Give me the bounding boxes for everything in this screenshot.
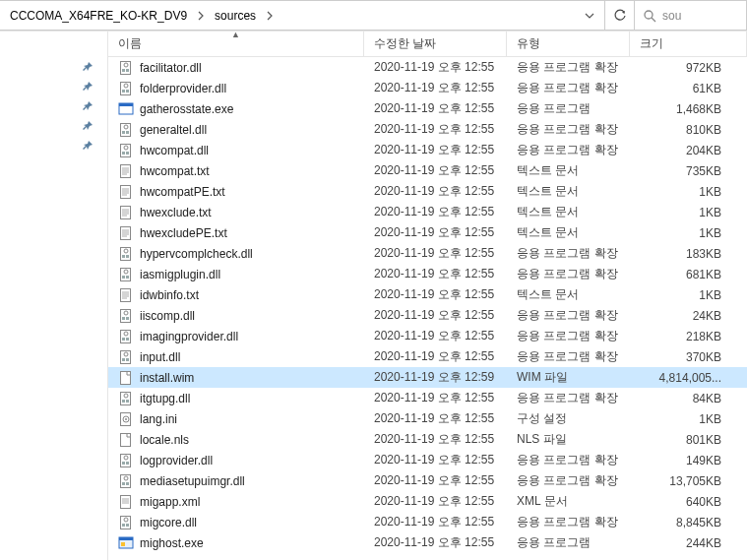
quick-access-pin[interactable] <box>0 77 107 96</box>
file-icon <box>118 411 134 427</box>
svg-rect-48 <box>121 288 131 301</box>
table-row[interactable]: itgtupg.dll2020-11-19 오후 12:55응용 프로그램 확장… <box>108 388 747 408</box>
file-date: 2020-11-19 오후 12:55 <box>364 183 507 200</box>
file-date: 2020-11-19 오후 12:55 <box>364 59 507 76</box>
file-list-pane: ▲ 이름 수정한 날짜 유형 크기 facilitator.dll2020-11… <box>108 31 747 560</box>
file-type: WIM 파일 <box>507 369 630 386</box>
chevron-right-icon[interactable] <box>193 1 209 30</box>
svg-rect-45 <box>122 276 125 279</box>
file-type: 응용 프로그램 확장 <box>507 59 630 76</box>
table-row[interactable]: folderprovider.dll2020-11-19 오후 12:55응용 … <box>108 78 747 98</box>
pin-icon <box>82 140 93 152</box>
breadcrumb-dropdown[interactable] <box>579 1 600 30</box>
file-size: 4,814,005... <box>630 371 747 385</box>
table-row[interactable]: gatherosstate.exe2020-11-19 오후 12:55응용 프… <box>108 98 747 119</box>
breadcrumb[interactable]: CCCOMA_X64FRE_KO-KR_DV9 sources <box>0 0 605 31</box>
file-date: 2020-11-19 오후 12:55 <box>364 328 507 344</box>
file-size: 810KB <box>630 123 747 137</box>
file-size: 8,845KB <box>630 516 747 529</box>
file-date: 2020-11-19 오후 12:55 <box>364 224 507 241</box>
quick-access-pin[interactable] <box>0 57 107 77</box>
file-date: 2020-11-19 오후 12:55 <box>364 493 507 510</box>
chevron-right-icon[interactable] <box>262 1 278 30</box>
svg-rect-14 <box>126 131 129 134</box>
file-icon <box>118 101 134 117</box>
svg-rect-3 <box>122 69 125 72</box>
table-row[interactable]: hwcompat.dll2020-11-19 오후 12:55응용 프로그램 확… <box>108 140 747 160</box>
quick-access-pane <box>0 31 108 560</box>
table-row[interactable]: migapp.xml2020-11-19 오후 12:55XML 문서640KB <box>108 491 747 512</box>
svg-rect-35 <box>121 226 131 239</box>
file-size: 640KB <box>630 495 747 509</box>
file-type: 응용 프로그램 확장 <box>507 452 630 468</box>
file-name: folderprovider.dll <box>140 82 226 95</box>
table-row[interactable]: generaltel.dll2020-11-19 오후 12:55응용 프로그램… <box>108 119 747 140</box>
column-headers: ▲ 이름 수정한 날짜 유형 크기 <box>108 31 747 57</box>
svg-rect-7 <box>122 90 125 93</box>
file-size: 149KB <box>630 454 747 467</box>
column-header-name[interactable]: ▲ 이름 <box>108 31 364 56</box>
file-rows: facilitator.dll2020-11-19 오후 12:55응용 프로그… <box>108 57 747 553</box>
file-name: idwbinfo.txt <box>140 288 199 302</box>
file-size: 24KB <box>630 309 747 323</box>
file-type: 텍스트 문서 <box>507 162 630 179</box>
table-row[interactable]: logprovider.dll2020-11-19 오후 12:55응용 프로그… <box>108 450 747 470</box>
file-icon <box>118 308 134 324</box>
file-name: locale.nls <box>140 433 189 447</box>
svg-rect-92 <box>121 542 125 546</box>
file-icon <box>118 246 134 262</box>
file-date: 2020-11-19 오후 12:55 <box>364 348 507 365</box>
table-row[interactable]: hwexcludePE.txt2020-11-19 오후 12:55텍스트 문서… <box>108 222 747 243</box>
quick-access-pin[interactable] <box>0 96 107 116</box>
file-icon <box>118 205 134 220</box>
table-row[interactable]: hwcompat.txt2020-11-19 오후 12:55텍스트 문서735… <box>108 160 747 181</box>
file-name: hwcompat.txt <box>140 164 210 178</box>
svg-rect-73 <box>121 433 131 446</box>
file-date: 2020-11-19 오후 12:55 <box>364 534 507 551</box>
file-date: 2020-11-19 오후 12:55 <box>364 431 507 448</box>
svg-rect-41 <box>122 255 125 258</box>
file-type: 텍스트 문서 <box>507 183 630 200</box>
file-icon <box>118 225 134 241</box>
file-icon <box>118 432 134 448</box>
svg-rect-20 <box>121 164 131 177</box>
file-date: 2020-11-19 오후 12:55 <box>364 514 507 530</box>
file-size: 1KB <box>630 412 747 426</box>
file-type: NLS 파일 <box>507 431 630 448</box>
table-row[interactable]: facilitator.dll2020-11-19 오후 12:55응용 프로그… <box>108 57 747 78</box>
table-row[interactable]: mighost.exe2020-11-19 오후 12:55응용 프로그램244… <box>108 532 747 553</box>
table-row[interactable]: install.wim2020-11-19 오후 12:59WIM 파일4,81… <box>108 367 747 388</box>
quick-access-pin[interactable] <box>0 136 107 156</box>
column-header-type[interactable]: 유형 <box>507 31 630 56</box>
table-row[interactable]: migcore.dll2020-11-19 오후 12:55응용 프로그램 확장… <box>108 512 747 532</box>
table-row[interactable]: iasmigplugin.dll2020-11-19 오후 12:55응용 프로… <box>108 264 747 284</box>
table-row[interactable]: mediasetupuimgr.dll2020-11-19 오후 12:55응용… <box>108 470 747 491</box>
file-type: 텍스트 문서 <box>507 204 630 220</box>
breadcrumb-parent[interactable]: CCCOMA_X64FRE_KO-KR_DV9 <box>4 1 193 30</box>
svg-line-1 <box>652 18 655 22</box>
table-row[interactable]: input.dll2020-11-19 오후 12:55응용 프로그램 확장37… <box>108 346 747 367</box>
refresh-button[interactable] <box>605 0 635 31</box>
file-icon <box>118 494 134 510</box>
table-row[interactable]: lang.ini2020-11-19 오후 12:55구성 설정1KB <box>108 408 747 429</box>
svg-rect-65 <box>121 371 131 384</box>
file-size: 801KB <box>630 433 747 447</box>
file-size: 61KB <box>630 82 747 95</box>
breadcrumb-current[interactable]: sources <box>209 1 262 30</box>
file-date: 2020-11-19 오후 12:55 <box>364 286 507 303</box>
table-row[interactable]: imagingprovider.dll2020-11-19 오후 12:55응용… <box>108 326 747 346</box>
table-row[interactable]: locale.nls2020-11-19 오후 12:55NLS 파일801KB <box>108 429 747 450</box>
table-row[interactable]: hwcompatPE.txt2020-11-19 오후 12:55텍스트 문서1… <box>108 181 747 202</box>
table-row[interactable]: hypervcomplcheck.dll2020-11-19 오후 12:55응… <box>108 243 747 264</box>
file-type: 응용 프로그램 확장 <box>507 472 630 489</box>
search-input[interactable]: sou <box>635 0 747 31</box>
column-header-date[interactable]: 수정한 날짜 <box>364 31 507 56</box>
svg-rect-11 <box>119 103 133 106</box>
svg-rect-17 <box>122 152 125 155</box>
table-row[interactable]: idwbinfo.txt2020-11-19 오후 12:55텍스트 문서1KB <box>108 284 747 305</box>
table-row[interactable]: hwexclude.txt2020-11-19 오후 12:55텍스트 문서1K… <box>108 202 747 222</box>
column-header-size[interactable]: 크기 <box>630 31 747 56</box>
file-date: 2020-11-19 오후 12:55 <box>364 266 507 282</box>
table-row[interactable]: iiscomp.dll2020-11-19 오후 12:55응용 프로그램 확장… <box>108 305 747 326</box>
quick-access-pin[interactable] <box>0 116 107 136</box>
